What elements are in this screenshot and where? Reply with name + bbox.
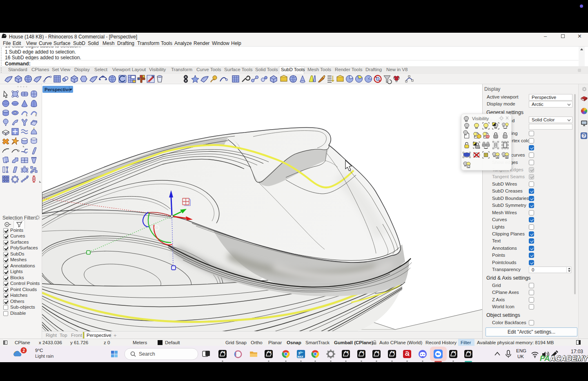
svg-text:2: 2 [35,113,37,117]
svg-text:3: 3 [298,351,300,355]
svg-text:Visibility: Visibility [472,116,489,121]
svg-text:1: 1 [26,113,28,117]
svg-text:9°C: 9°C [35,348,43,353]
svg-text:17:03: 17:03 [571,349,583,354]
svg-text:?: ? [583,134,585,138]
svg-text:Search: Search [139,351,155,357]
svg-text:Light rain: Light rain [35,354,53,359]
svg-text:2: 2 [23,348,25,353]
svg-text:UK: UK [517,354,524,359]
svg-text:MAX: MAX [298,355,304,358]
svg-text:C: C [468,165,470,168]
svg-text:ENG: ENG [516,348,526,353]
svg-text:B: B [506,156,508,159]
